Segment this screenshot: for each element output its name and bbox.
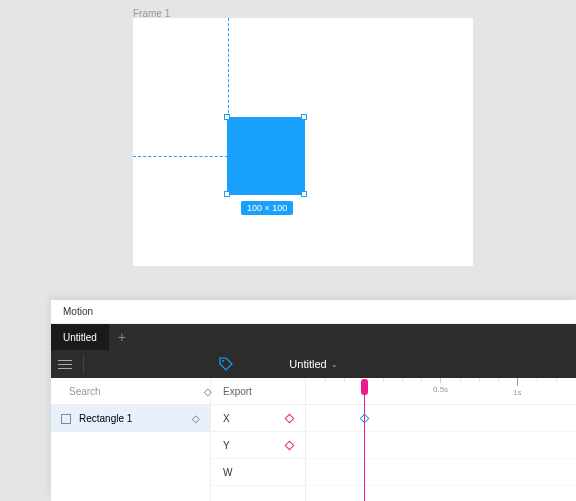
tab-add-button[interactable]: + — [109, 324, 135, 350]
guide-horizontal — [133, 156, 228, 157]
toolbar: Untitled ⌄ — [51, 350, 576, 378]
svg-point-0 — [222, 360, 224, 362]
tag-icon — [218, 356, 234, 372]
prop-row-w[interactable]: W — [211, 459, 305, 486]
keyframe-track-w[interactable] — [306, 459, 576, 486]
layer-name: Rectangle 1 — [79, 413, 184, 424]
frame[interactable]: 100 × 100 — [133, 18, 473, 266]
search-input[interactable] — [69, 386, 196, 397]
tick: 0.5s — [433, 378, 448, 394]
tick-minor — [479, 378, 480, 381]
menu-button[interactable] — [51, 350, 79, 378]
timeline-ruler[interactable]: 0.5s 1s 1.5s — [306, 378, 576, 405]
timeline-track-area[interactable]: 0.5s 1s 1.5s — [305, 378, 576, 501]
keyframe-track-x[interactable] — [306, 405, 576, 432]
keyframe-diamond-icon[interactable] — [285, 413, 295, 423]
rectangle-icon — [61, 414, 71, 424]
prop-label: X — [223, 413, 230, 424]
playhead[interactable] — [364, 381, 365, 501]
tick-minor — [325, 378, 326, 381]
prop-row-x[interactable]: X — [211, 405, 305, 432]
timeline-area: Export X Y W — [211, 378, 576, 501]
layer-item-rectangle[interactable]: Rectangle 1 ◇ — [51, 405, 210, 432]
canvas-area[interactable]: Frame 1 100 × 100 — [0, 0, 576, 300]
tick-minor — [402, 378, 403, 381]
project-name-label: Untitled — [289, 358, 326, 370]
tab-untitled[interactable]: Untitled — [51, 324, 109, 350]
export-label[interactable]: Export — [211, 378, 305, 405]
selection-handle-bl[interactable] — [224, 191, 230, 197]
keyframe-diamond-icon[interactable] — [285, 440, 295, 450]
prop-row-y[interactable]: Y — [211, 432, 305, 459]
timeline-body: ◇ Rectangle 1 ◇ Export X Y — [51, 378, 576, 501]
tab-bar: Untitled + — [51, 324, 576, 350]
keyframe-diamond-icon[interactable]: ◇ — [192, 413, 200, 424]
tick-minor — [460, 378, 461, 381]
tick-minor — [383, 378, 384, 381]
project-name-dropdown[interactable]: Untitled ⌄ — [289, 358, 337, 370]
tick-major: 1s — [513, 378, 521, 397]
selection-handle-tl[interactable] — [224, 114, 230, 120]
tag-tool-button[interactable] — [218, 356, 234, 372]
motion-panel-title: Motion — [51, 300, 576, 324]
motion-panel: Motion Untitled + Untitled ⌄ — [51, 300, 576, 501]
tick-minor — [537, 378, 538, 381]
selection-handle-br[interactable] — [301, 191, 307, 197]
rectangle-layer[interactable] — [228, 118, 304, 194]
menu-icon — [58, 360, 72, 369]
chevron-down-icon: ⌄ — [331, 360, 338, 369]
tick-minor — [421, 378, 422, 381]
property-list: Export X Y W — [211, 378, 305, 501]
tick-minor — [498, 378, 499, 381]
size-badge: 100 × 100 — [241, 201, 293, 215]
playhead-handle[interactable] — [361, 379, 368, 395]
keyframe-track-y[interactable] — [306, 432, 576, 459]
tick-minor — [556, 378, 557, 381]
layer-sidebar: ◇ Rectangle 1 ◇ — [51, 378, 211, 501]
search-row: ◇ — [51, 378, 210, 405]
divider — [83, 355, 84, 373]
tick-minor — [344, 378, 345, 381]
selection-handle-tr[interactable] — [301, 114, 307, 120]
guide-vertical — [228, 18, 229, 118]
prop-label: W — [223, 467, 232, 478]
prop-label: Y — [223, 440, 230, 451]
